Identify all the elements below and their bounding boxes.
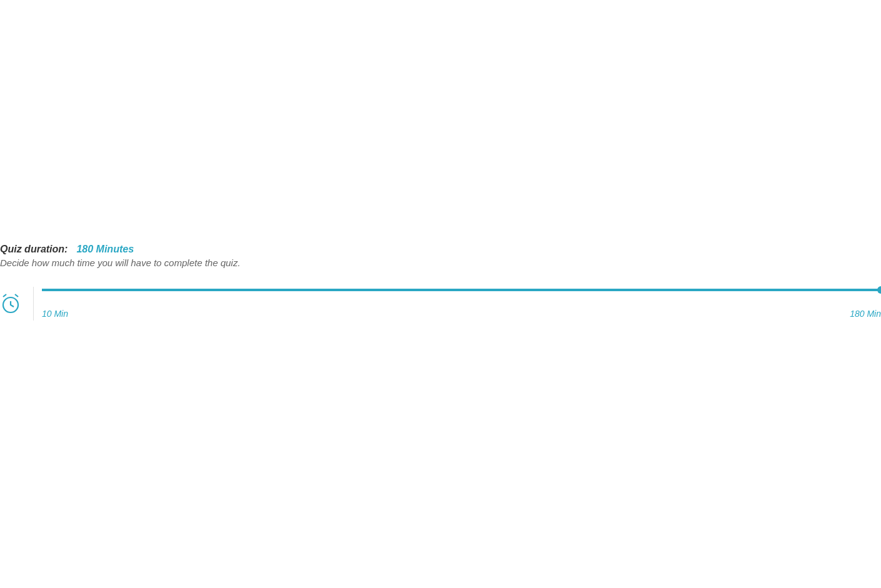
vertical-divider xyxy=(33,287,34,321)
duration-slider[interactable] xyxy=(42,289,881,291)
duration-description: Decide how much time you will have to co… xyxy=(0,257,881,268)
slider-labels: 10 Min 180 Min xyxy=(42,309,881,319)
alarm-clock-icon xyxy=(0,293,21,314)
slider-max-label: 180 Min xyxy=(850,309,881,319)
quiz-duration-section: Quiz duration: 180 Minutes Decide how mu… xyxy=(0,244,881,321)
duration-slider-container: 10 Min 180 Min xyxy=(42,289,881,319)
duration-header: Quiz duration: 180 Minutes xyxy=(0,244,881,255)
duration-value: 180 Minutes xyxy=(76,244,134,255)
slider-min-label: 10 Min xyxy=(42,309,68,319)
slider-row: 10 Min 180 Min xyxy=(0,287,881,321)
duration-label: Quiz duration: xyxy=(0,244,68,255)
slider-thumb[interactable] xyxy=(877,286,881,294)
